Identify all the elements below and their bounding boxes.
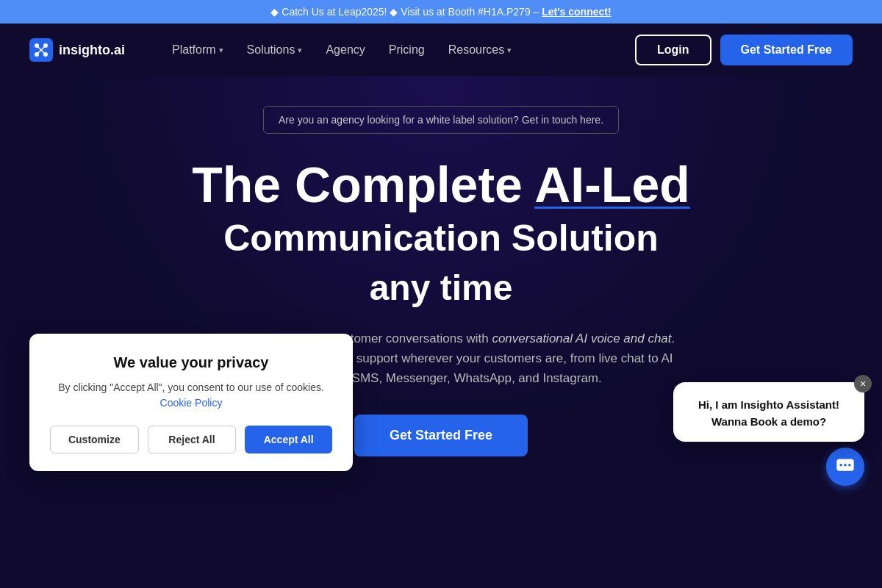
nav-item-pricing[interactable]: Pricing: [380, 37, 434, 62]
chat-bubble: × Hi, I am Insighto Assistant! Wanna Boo…: [673, 382, 864, 442]
chevron-down-icon: ▾: [507, 46, 512, 55]
get-started-nav-button[interactable]: Get Started Free: [720, 35, 853, 65]
nav-links: Platform ▾ Solutions ▾ Agency Pricing Re…: [163, 37, 612, 62]
nav-item-resources[interactable]: Resources ▾: [440, 37, 520, 62]
chat-open-button[interactable]: [826, 448, 864, 486]
banner-text: ◆ Catch Us at Leap2025! ◆ Visit us at Bo…: [270, 6, 539, 18]
logo[interactable]: insighto.ai: [29, 38, 125, 62]
hero-anytime: any time: [15, 268, 867, 308]
cookie-description: By clicking "Accept All", you consent to…: [50, 380, 332, 411]
get-started-hero-button[interactable]: Get Started Free: [354, 415, 528, 456]
reject-all-button[interactable]: Reject All: [148, 426, 237, 453]
nav-item-platform[interactable]: Platform ▾: [163, 37, 232, 62]
navbar: insighto.ai Platform ▾ Solutions ▾ Agenc…: [0, 24, 882, 76]
chat-message: Hi, I am Insighto Assistant! Wanna Book …: [688, 397, 850, 430]
chevron-down-icon: ▾: [298, 46, 302, 55]
chat-icon: [835, 456, 856, 477]
login-button[interactable]: Login: [635, 35, 711, 65]
logo-icon: [29, 38, 53, 62]
chat-close-button[interactable]: ×: [854, 375, 872, 392]
hero-title-part1: The Complete: [192, 157, 534, 212]
announcement-banner: ◆ Catch Us at Leap2025! ◆ Visit us at Bo…: [0, 0, 882, 24]
svg-point-10: [848, 464, 851, 467]
hero-subtitle: Communication Solution: [15, 218, 867, 259]
nav-actions: Login Get Started Free: [635, 35, 853, 65]
chevron-down-icon: ▾: [219, 46, 223, 55]
cookie-policy-link[interactable]: Cookie Policy: [160, 397, 223, 409]
customize-button[interactable]: Customize: [50, 426, 139, 453]
cookie-buttons: Customize Reject All Accept All: [50, 426, 332, 453]
svg-point-9: [844, 464, 847, 467]
cookie-title: We value your privacy: [50, 354, 332, 371]
logo-text: insighto.ai: [59, 43, 125, 58]
cookie-banner: We value your privacy By clicking "Accep…: [29, 334, 353, 471]
hero-title: The Complete AI-Led: [15, 157, 867, 212]
nav-item-agency[interactable]: Agency: [317, 37, 373, 62]
agency-banner[interactable]: Are you an agency looking for a white la…: [263, 106, 619, 134]
nav-item-solutions[interactable]: Solutions ▾: [238, 37, 312, 62]
accept-all-button[interactable]: Accept All: [245, 426, 332, 453]
hero-section: Are you an agency looking for a white la…: [0, 76, 882, 501]
banner-link[interactable]: Let's connect!: [542, 6, 611, 18]
svg-point-8: [839, 464, 842, 467]
hero-title-ai-led: AI-Led: [534, 157, 690, 212]
